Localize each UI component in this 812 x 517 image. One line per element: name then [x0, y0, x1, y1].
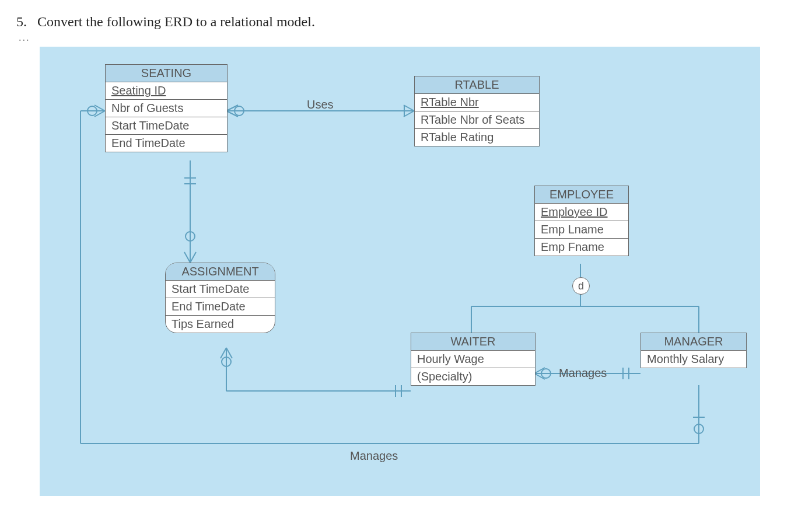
entity-attr: Start TimeDate: [166, 281, 275, 298]
entity-attr: Hourly Wage: [411, 351, 535, 368]
entity-assignment: ASSIGNMENT Start TimeDate End TimeDate T…: [165, 263, 275, 333]
disjoint-circle: d: [572, 277, 590, 295]
entity-attr: Emp Fname: [535, 239, 628, 256]
entity-title: WAITER: [411, 333, 535, 351]
entity-attr: Nbr of Guests: [106, 100, 227, 117]
disjoint-label: d: [578, 280, 584, 292]
relationship-uses: Uses: [307, 98, 334, 111]
entity-attr: RTable Nbr: [415, 94, 539, 111]
entity-waiter: WAITER Hourly Wage (Specialty): [411, 333, 536, 386]
entity-title: SEATING: [106, 65, 227, 82]
svg-point-20: [541, 369, 551, 378]
entity-attr: (Specialty): [411, 368, 535, 385]
question-number: 5.: [16, 14, 28, 30]
entity-attr: Seating ID: [106, 82, 227, 100]
svg-point-24: [694, 424, 704, 434]
entity-employee: EMPLOYEE Employee ID Emp Lname Emp Fname: [534, 186, 629, 256]
entity-attr: Start TimeDate: [106, 117, 227, 135]
entity-attr: Tips Earned: [166, 316, 275, 333]
relationship-manages-1: Manages: [559, 366, 607, 380]
entity-title: MANAGER: [641, 333, 746, 351]
svg-point-10: [222, 357, 231, 366]
entity-attr: RTable Nbr of Seats: [415, 111, 539, 129]
entity-attr: Emp Lname: [535, 221, 628, 239]
entity-title: RTABLE: [415, 76, 539, 94]
entity-seating: SEATING Seating ID Nbr of Guests Start T…: [105, 64, 228, 152]
entity-title: EMPLOYEE: [535, 186, 628, 204]
entity-attr: End TimeDate: [166, 298, 275, 316]
entity-attr: End TimeDate: [106, 135, 227, 152]
relationship-manages-2: Manages: [350, 449, 398, 463]
entity-attr: RTable Rating: [415, 129, 539, 146]
svg-point-4: [88, 106, 97, 116]
erd-diagram: SEATING Seating ID Nbr of Guests Start T…: [40, 47, 760, 496]
entity-title: ASSIGNMENT: [166, 263, 275, 281]
ellipsis-icon: ···: [16, 34, 796, 47]
question-text: Convert the following ERD to a relationa…: [37, 14, 315, 30]
question-heading: 5. Convert the following ERD to a relati…: [16, 14, 796, 30]
entity-rtable: RTABLE RTable Nbr RTable Nbr of Seats RT…: [414, 76, 540, 146]
entity-attr: Monthly Salary: [641, 351, 746, 368]
svg-point-1: [235, 106, 244, 116]
entity-manager: MANAGER Monthly Salary: [640, 333, 747, 368]
entity-attr: Employee ID: [535, 204, 628, 221]
svg-point-8: [186, 232, 195, 241]
